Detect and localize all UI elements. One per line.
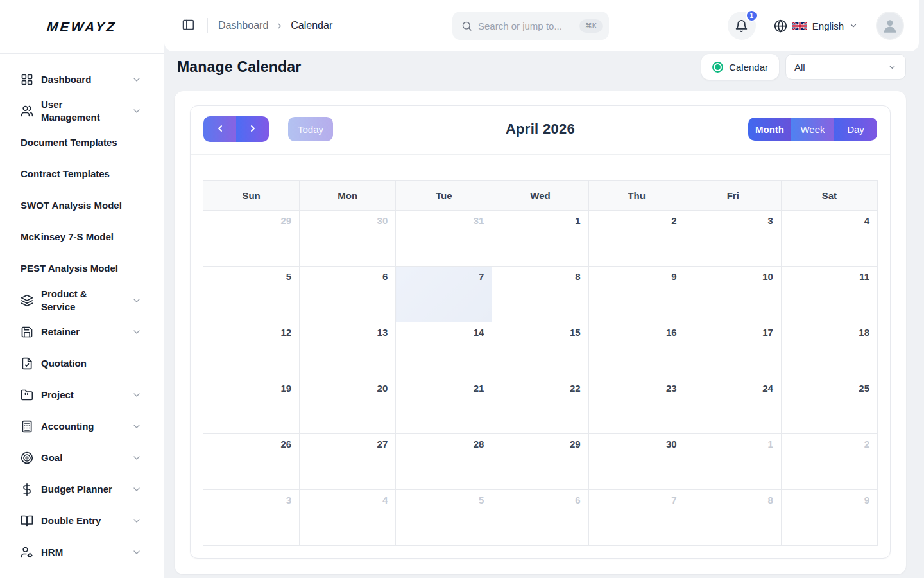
sidebar-item-double-entry[interactable]: Double Entry <box>21 508 142 534</box>
filter-dropdown[interactable]: All <box>785 54 906 80</box>
brand-logo-wrap: MEWAYZ <box>0 0 164 54</box>
calendar-day-cell[interactable]: 27 <box>300 434 396 490</box>
calendar-day-cell[interactable]: 6 <box>300 267 396 322</box>
calendar-day-cell[interactable]: 21 <box>396 378 492 434</box>
view-month-button[interactable]: Month <box>748 118 791 141</box>
sidebar-item-quotation[interactable]: Quotation <box>21 351 142 376</box>
search-input[interactable] <box>478 21 579 31</box>
next-month-button[interactable] <box>236 116 269 142</box>
sidebar-item-pest-analysis-model[interactable]: PEST Analysis Model <box>21 256 142 282</box>
calendar-day-cell[interactable]: 15 <box>492 322 588 378</box>
sidebar-item-budget-planner[interactable]: Budget Planner <box>21 477 142 502</box>
calendar-day-cell[interactable]: 30 <box>300 211 396 267</box>
sidebar-item-dashboard[interactable]: Dashboard <box>21 67 142 92</box>
sidebar-item-mckinsey-7-s-model[interactable]: McKinsey 7-S Model <box>21 225 142 250</box>
calendar-day-cell[interactable]: 26 <box>203 434 300 490</box>
breadcrumb: Dashboard Calendar <box>218 20 332 31</box>
sidebar-item-product-service[interactable]: Product & Service <box>21 288 142 314</box>
language-selector[interactable]: English <box>774 19 858 33</box>
calendar-day-cell[interactable]: 29 <box>492 434 588 490</box>
chevron-down-icon <box>132 516 142 526</box>
calendar-day-cell[interactable]: 17 <box>685 322 781 378</box>
sidebar-item-accounting[interactable]: Accounting <box>21 414 142 439</box>
calendar-day-cell[interactable]: 23 <box>588 378 685 434</box>
chevron-down-icon <box>132 453 142 463</box>
calendar-day-cell[interactable]: 3 <box>203 490 300 546</box>
grid-icon <box>21 73 33 86</box>
sidebar-item-contract-templates[interactable]: Contract Templates <box>21 162 142 188</box>
user-avatar[interactable] <box>876 12 904 40</box>
calendar-day-cell[interactable]: 8 <box>685 490 781 546</box>
calendar-day-cell[interactable]: 28 <box>396 434 492 490</box>
dollar-icon <box>21 483 33 496</box>
sidebar-item-document-templates[interactable]: Document Templates <box>21 130 142 156</box>
sidebar-item-user-management[interactable]: User Management <box>21 98 142 125</box>
calendar-day-cell[interactable]: 6 <box>492 490 588 546</box>
calendar-day-cell[interactable]: 5 <box>203 267 300 322</box>
view-day-button[interactable]: Day <box>834 118 877 141</box>
calendar-day-cell[interactable]: 2 <box>781 434 877 490</box>
chevron-down-icon <box>132 106 142 116</box>
calendar-day-cell[interactable]: 4 <box>300 490 396 546</box>
weekday-header-tue: Tue <box>396 181 492 211</box>
weekday-header-fri: Fri <box>685 181 781 211</box>
file-check-icon <box>21 357 33 370</box>
calendar-day-cell[interactable]: 9 <box>588 267 685 322</box>
notifications-button[interactable]: 1 <box>728 12 756 40</box>
calendar-page-card: Today April 2026 MonthWeekDay SunMonTueW… <box>175 91 906 574</box>
sidebar-item-label: SWOT Analysis Model <box>21 199 122 212</box>
sidebar-item-swot-analysis-model[interactable]: SWOT Analysis Model <box>21 193 142 219</box>
sidebar-item-hrm[interactable]: HRM <box>21 539 142 565</box>
calendar-day-cell[interactable]: 13 <box>300 322 396 378</box>
calendar-day-cell[interactable]: 19 <box>203 378 300 434</box>
calendar-day-cell[interactable]: 20 <box>300 378 396 434</box>
today-button[interactable]: Today <box>288 117 333 141</box>
chevron-right-icon <box>248 123 258 136</box>
calendar-day-cell[interactable]: 18 <box>781 322 877 378</box>
calendar-grid: SunMonTueWedThuFriSat 293031123456789101… <box>203 180 878 546</box>
page-header: Manage Calendar Calendar All <box>164 53 924 81</box>
calendar-day-cell[interactable]: 25 <box>781 378 877 434</box>
sidebar-toggle-icon[interactable] <box>182 18 197 33</box>
view-week-button[interactable]: Week <box>791 118 834 141</box>
calendar-day-cell[interactable]: 16 <box>588 322 685 378</box>
sidebar-item-project[interactable]: Project <box>21 382 142 408</box>
calendar-day-cell[interactable]: 3 <box>685 211 781 267</box>
calendar-day-cell[interactable]: 29 <box>203 211 300 267</box>
calendar-day-cell[interactable]: 30 <box>588 434 685 490</box>
users-icon <box>21 105 33 118</box>
topbar-left: Dashboard Calendar <box>164 18 332 33</box>
calendar-day-cell[interactable]: 8 <box>492 267 588 322</box>
calendar-nav-group <box>203 116 269 142</box>
calendar-day-cell[interactable]: 22 <box>492 378 588 434</box>
sidebar-item-retainer[interactable]: Retainer <box>21 319 142 345</box>
brand-logo: MEWAYZ <box>46 19 117 35</box>
calendar-day-cell[interactable]: 4 <box>781 211 877 267</box>
calendar-day-cell[interactable]: 1 <box>492 211 588 267</box>
calendar-day-cell[interactable]: 12 <box>203 322 300 378</box>
chevron-down-icon <box>132 421 142 432</box>
calendar-day-cell[interactable]: 10 <box>685 267 781 322</box>
sidebar-item-label: Budget Planner <box>41 483 112 496</box>
calendar-day-cell[interactable]: 2 <box>588 211 685 267</box>
calendar-day-cell[interactable]: 14 <box>396 322 492 378</box>
global-search[interactable]: ⌘K <box>452 12 609 40</box>
calendar-day-cell[interactable]: 31 <box>396 211 492 267</box>
calendar-day-cell[interactable]: 9 <box>781 490 877 546</box>
sidebar-item-label: Contract Templates <box>21 168 110 180</box>
search-icon <box>461 21 472 31</box>
breadcrumb-dashboard[interactable]: Dashboard <box>218 20 268 31</box>
calendar-day-cell[interactable]: 5 <box>396 490 492 546</box>
sidebar-item-goal[interactable]: Goal <box>21 445 142 471</box>
calendar-day-cell[interactable]: 1 <box>685 434 781 490</box>
calendar-pill-label: Calendar <box>729 62 768 73</box>
chevron-down-icon <box>132 484 142 495</box>
calendar-day-cell-today[interactable]: 7 <box>396 267 492 322</box>
prev-month-button[interactable] <box>203 116 236 142</box>
layers-icon <box>21 294 33 307</box>
calendar-toggle-pill[interactable]: Calendar <box>701 54 779 80</box>
calendar-day-cell[interactable]: 7 <box>588 490 685 546</box>
sidebar-nav: DashboardUser ManagementDocument Templat… <box>0 54 164 578</box>
calendar-day-cell[interactable]: 11 <box>781 267 877 322</box>
calendar-day-cell[interactable]: 24 <box>685 378 781 434</box>
